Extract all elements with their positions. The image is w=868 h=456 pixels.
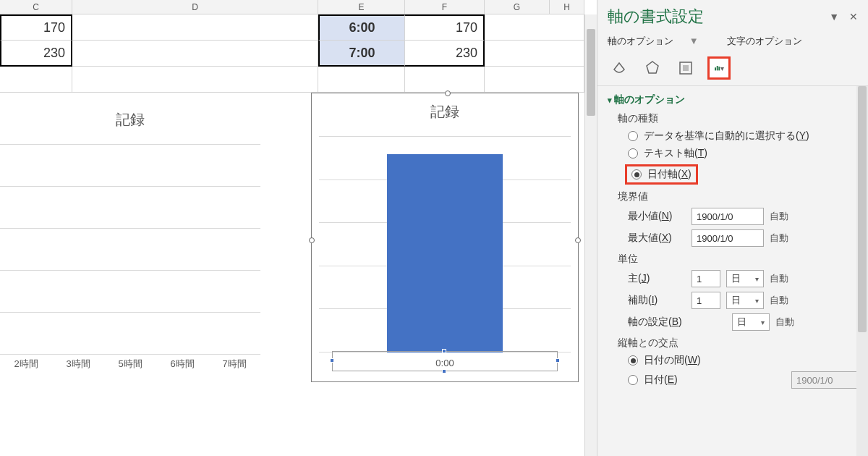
tab-axis-options[interactable]: 軸のオプション ▼	[608, 35, 712, 46]
close-icon[interactable]: ✕	[849, 11, 858, 22]
cell-empty[interactable]	[405, 67, 485, 93]
x-tick: 0:00	[319, 358, 571, 368]
section-axis-options[interactable]: 軸のオプション	[608, 93, 864, 106]
col-header-h[interactable]: H	[550, 0, 584, 14]
chart-title: 記録	[312, 102, 578, 122]
row-min: 最小値(N) 1900/1/0 自動	[628, 208, 864, 225]
input-cross-date: 1900/1/0	[791, 371, 864, 389]
select-major-unit[interactable]: 日	[726, 270, 764, 287]
cell-c-r2[interactable]: 230	[0, 41, 72, 67]
cell-e-r1[interactable]: 6:00	[318, 14, 405, 41]
x-axis: 2時間 3時間 5時間 6時間 7時間	[0, 358, 260, 371]
col-header-d[interactable]: D	[72, 0, 318, 14]
x-tick: 7時間	[208, 358, 260, 371]
bars	[0, 145, 260, 355]
bar[interactable]	[387, 154, 503, 352]
cell-e-r2[interactable]: 7:00	[318, 41, 405, 67]
bars	[319, 137, 571, 352]
chart-title: 記録	[0, 110, 268, 130]
chart-right-selected[interactable]: 記録 0:00	[311, 93, 579, 382]
row-base-unit: 軸の設定(B) 日 自動	[628, 313, 864, 331]
auto-label: 自動	[770, 272, 788, 285]
x-tick: 5時間	[104, 358, 156, 371]
x-tick: 6時間	[156, 358, 208, 371]
x-axis[interactable]: 0:00	[319, 358, 571, 368]
cell-empty[interactable]	[550, 67, 584, 93]
cell-h-r1[interactable]	[550, 14, 584, 41]
axis-options-icon[interactable]	[707, 56, 731, 80]
svg-rect-2	[683, 65, 689, 71]
select-base-unit[interactable]: 日	[732, 313, 770, 331]
auto-label: 自動	[770, 232, 788, 245]
panel-scrollbar[interactable]	[856, 86, 868, 456]
auto-label: 自動	[770, 210, 788, 223]
row-max: 最大値(X) 1900/1/0 自動	[628, 229, 864, 247]
pane-title: 軸の書式設定	[608, 6, 704, 28]
radio-auto-select[interactable]: データを基準に自動的に選択する(Y)	[628, 130, 864, 143]
fill-line-icon[interactable]	[608, 56, 631, 80]
svg-rect-3	[715, 67, 716, 70]
col-header-c[interactable]: C	[0, 0, 72, 14]
cell-empty[interactable]	[485, 67, 550, 93]
row-minor-unit: 補助(I) 1 日 自動	[628, 292, 864, 309]
radio-between-dates[interactable]: 日付の間(W)	[628, 354, 864, 367]
effects-icon[interactable]	[641, 56, 664, 80]
x-tick: 3時間	[52, 358, 104, 371]
chart-left[interactable]: 記録 2時間 3時間 5時間 6時間 7時間	[0, 101, 268, 384]
radio-date-axis-highlighted[interactable]: 日付軸(X)	[625, 164, 698, 185]
svg-rect-4	[717, 66, 718, 70]
auto-label: 自動	[770, 294, 788, 307]
svg-marker-0	[647, 62, 658, 73]
dropdown-icon[interactable]: ▼	[829, 11, 839, 22]
input-min[interactable]: 1900/1/0	[692, 208, 764, 225]
col-header-e[interactable]: E	[318, 0, 405, 14]
vertical-scrollbar[interactable]	[584, 14, 597, 456]
input-max[interactable]: 1900/1/0	[692, 229, 764, 247]
auto-label: 自動	[775, 316, 794, 329]
cell-c-r1[interactable]: 170	[0, 14, 72, 41]
cell-empty[interactable]	[318, 67, 405, 93]
col-header-g[interactable]: G	[485, 0, 550, 14]
format-axis-pane: 軸の書式設定 ▼ ✕ 軸のオプション ▼ 文字のオプション 軸のオプション 軸の…	[597, 0, 868, 456]
radio-at-date[interactable]: 日付(E) 1900/1/0	[628, 371, 864, 389]
size-properties-icon[interactable]	[674, 56, 697, 80]
label-units: 単位	[618, 253, 864, 266]
input-major[interactable]: 1	[692, 270, 720, 287]
cell-f-r2[interactable]: 230	[405, 41, 485, 67]
x-tick: 2時間	[0, 358, 52, 371]
column-headers: C D E F G H	[0, 0, 597, 14]
cell-g-r1[interactable]	[485, 14, 550, 41]
cell-g-r2[interactable]	[485, 41, 550, 67]
cell-f-r1[interactable]: 170	[405, 14, 485, 41]
cell-d-r2[interactable]	[72, 41, 318, 67]
input-minor[interactable]: 1	[692, 292, 720, 309]
cell-empty[interactable]	[0, 67, 72, 93]
label-axis-crosses: 縦軸との交点	[618, 337, 864, 350]
plot-area	[0, 145, 260, 355]
grid: 170 6:00 170 230 7:00 230	[0, 14, 597, 93]
col-header-f[interactable]: F	[405, 0, 485, 14]
svg-rect-5	[718, 67, 720, 70]
select-minor-unit[interactable]: 日	[726, 292, 764, 309]
label-bounds: 境界値	[618, 190, 864, 203]
cell-empty[interactable]	[72, 67, 318, 93]
tab-text-options[interactable]: 文字のオプション	[727, 35, 802, 46]
cell-d-r1[interactable]	[72, 14, 318, 41]
label-axis-type: 軸の種類	[618, 112, 864, 125]
plot-area	[319, 137, 571, 352]
row-major-unit: 主(J) 1 日 自動	[628, 270, 864, 287]
spreadsheet: C D E F G H 170 6:00 170 230 7:00 230 記録	[0, 0, 597, 456]
radio-text-axis[interactable]: テキスト軸(T)	[628, 147, 864, 160]
cell-h-r2[interactable]	[550, 41, 584, 67]
